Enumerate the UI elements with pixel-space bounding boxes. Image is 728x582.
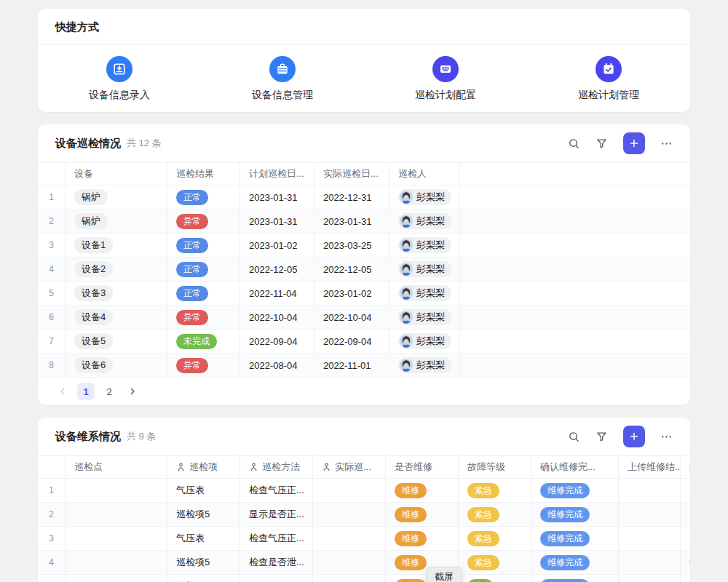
planned-date-cell[interactable]: 2022-11-04 <box>240 282 314 305</box>
search-icon[interactable] <box>568 137 580 150</box>
result-cell[interactable]: 异常 <box>167 306 240 329</box>
confirm-cell[interactable]: 维修完成 <box>531 551 619 574</box>
point-cell[interactable] <box>66 575 167 582</box>
repair-cell[interactable]: 维修 <box>386 503 459 526</box>
more-icon[interactable] <box>660 431 673 443</box>
pagination-page-2[interactable]: 2 <box>100 383 118 400</box>
upload-cell[interactable] <box>619 575 681 582</box>
repair-cell[interactable]: 维修 <box>386 527 459 550</box>
actual-cell[interactable] <box>313 503 386 526</box>
device-cell[interactable]: 锅炉 <box>66 210 167 233</box>
planned-date-cell[interactable]: 2022-10-04 <box>240 306 314 329</box>
level-cell[interactable]: 紧急 <box>459 551 531 574</box>
level-cell[interactable]: 紧急 <box>459 479 531 502</box>
device-cell[interactable]: 设备1 <box>66 234 167 257</box>
upload-cell[interactable] <box>619 503 681 526</box>
result-cell[interactable]: 正常 <box>167 258 240 281</box>
item-cell[interactable]: 巡检项5 <box>167 551 240 574</box>
point-cell[interactable] <box>66 479 167 502</box>
device-cell[interactable]: 设备5 <box>66 330 167 353</box>
add-record-button[interactable] <box>623 426 645 447</box>
result-cell[interactable]: 异常 <box>167 210 240 233</box>
actual-date-cell[interactable]: 2022-09-04 <box>314 330 389 353</box>
device-cell[interactable]: 锅炉 <box>66 186 167 209</box>
header-filler <box>460 163 690 185</box>
device-cell[interactable]: 设备4 <box>66 306 167 329</box>
confirm-cell[interactable]: 维修完成 <box>531 527 619 550</box>
upload-cell[interactable] <box>619 527 681 550</box>
inspector-cell[interactable]: 彭梨梨 <box>389 330 460 353</box>
device-cell[interactable]: 设备6 <box>66 354 167 377</box>
extra-cell[interactable] <box>681 479 690 502</box>
actual-date-cell[interactable]: 2023-01-02 <box>314 282 389 305</box>
actual-date-cell[interactable]: 2022-12-05 <box>314 258 389 281</box>
actual-cell[interactable] <box>313 551 386 574</box>
inspector-cell[interactable]: 彭梨梨 <box>389 210 460 233</box>
repair-cell[interactable]: 维修 <box>386 479 459 502</box>
shortcut-device-entry[interactable]: 设备信息录入 <box>38 56 201 102</box>
actual-date-cell[interactable]: 2023-03-25 <box>314 234 389 257</box>
more-icon[interactable] <box>660 137 673 150</box>
result-cell[interactable]: 正常 <box>167 186 240 209</box>
shortcut-keyboard[interactable]: 巡检计划配置 <box>364 56 527 102</box>
confirm-cell[interactable]: 维修完成 <box>531 479 619 502</box>
planned-date-cell[interactable]: 2022-12-05 <box>240 258 314 281</box>
actual-cell[interactable] <box>313 479 386 502</box>
inspector-cell[interactable]: 彭梨梨 <box>389 234 460 257</box>
result-cell[interactable]: 未完成 <box>167 330 240 353</box>
upload-cell[interactable] <box>619 479 681 502</box>
pagination-next-button[interactable] <box>124 383 141 400</box>
result-cell[interactable]: 正常 <box>167 234 240 257</box>
item-cell[interactable]: 气压表 <box>167 527 240 550</box>
filter-icon[interactable] <box>596 431 608 443</box>
actual-date-cell[interactable]: 2022-11-01 <box>314 354 389 377</box>
planned-date-cell[interactable]: 2022-09-04 <box>240 330 314 353</box>
extra-cell[interactable] <box>681 575 690 582</box>
shortcut-calendar-check[interactable]: 巡检计划管理 <box>527 56 690 102</box>
method-cell[interactable]: 检查是否泄... <box>240 551 313 574</box>
inspector-cell[interactable]: 彭梨梨 <box>389 186 460 209</box>
point-cell[interactable] <box>66 551 167 574</box>
planned-date-cell[interactable]: 2023-01-31 <box>240 210 314 233</box>
planned-date-cell[interactable]: 2023-01-31 <box>240 186 314 209</box>
item-cell[interactable]: 巡检项5 <box>167 575 240 582</box>
point-cell[interactable] <box>66 503 167 526</box>
actual-cell[interactable] <box>313 575 386 582</box>
level-cell[interactable] <box>459 575 531 582</box>
method-cell[interactable]: 检查气压正... <box>240 479 313 502</box>
device-cell[interactable]: 设备2 <box>66 258 167 281</box>
actual-date-cell[interactable]: 2022-10-04 <box>314 306 389 329</box>
inspector-cell[interactable]: 彭梨梨 <box>389 282 460 305</box>
actual-cell[interactable] <box>313 527 386 550</box>
search-icon[interactable] <box>568 431 580 443</box>
level-cell[interactable]: 紧急 <box>459 527 531 550</box>
pagination-prev-button[interactable] <box>54 383 71 400</box>
actual-date-cell[interactable]: 2022-12-31 <box>314 186 389 209</box>
level-cell[interactable]: 紧急 <box>459 503 531 526</box>
result-cell[interactable]: 正常 <box>167 282 240 305</box>
confirm-cell[interactable]: 维修完成 <box>531 575 619 582</box>
extra-cell[interactable] <box>681 503 690 526</box>
extra-cell[interactable] <box>681 551 690 574</box>
method-cell[interactable]: 显示是否正... <box>240 503 313 526</box>
result-cell[interactable]: 异常 <box>167 354 240 377</box>
shortcut-briefcase[interactable]: 设备信息管理 <box>201 56 364 102</box>
item-cell[interactable]: 巡检项5 <box>167 503 240 526</box>
upload-cell[interactable] <box>619 551 681 574</box>
filter-icon[interactable] <box>596 137 608 150</box>
item-cell[interactable]: 气压表 <box>167 479 240 502</box>
actual-date-cell[interactable]: 2023-01-31 <box>314 210 389 233</box>
method-cell[interactable]: 显示是否正... <box>240 575 313 582</box>
pagination-page-1[interactable]: 1 <box>77 383 95 400</box>
planned-date-cell[interactable]: 2023-01-02 <box>240 234 314 257</box>
device-cell[interactable]: 设备3 <box>66 282 167 305</box>
method-cell[interactable]: 检查气压正... <box>240 527 313 550</box>
inspector-cell[interactable]: 彭梨梨 <box>389 306 460 329</box>
add-record-button[interactable] <box>623 132 645 154</box>
extra-cell[interactable] <box>681 527 690 550</box>
confirm-cell[interactable]: 维修完成 <box>531 503 619 526</box>
point-cell[interactable] <box>66 527 167 550</box>
inspector-cell[interactable]: 彭梨梨 <box>389 258 460 281</box>
planned-date-cell[interactable]: 2022-08-04 <box>240 354 314 377</box>
inspector-cell[interactable]: 彭梨梨 <box>389 354 460 377</box>
